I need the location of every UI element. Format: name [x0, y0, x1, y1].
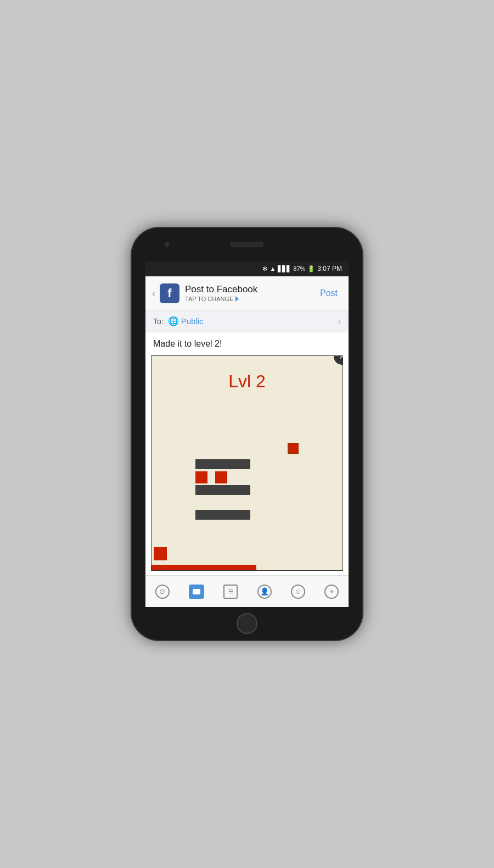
globe-icon: 🌐: [168, 316, 179, 326]
red-block-2: [215, 471, 227, 483]
home-button[interactable]: [237, 613, 257, 634]
phone-frame: ✻ ▲ ▋▋▋ 87% 🔋 3:07 PM ‹ f Post to Facebo…: [132, 228, 362, 640]
to-label: To:: [153, 317, 164, 326]
red-block-1: [195, 471, 207, 483]
photo-gallery-button[interactable]: [183, 582, 210, 601]
game-screenshot-container: ✕ Lvl 2: [151, 355, 343, 571]
post-button[interactable]: Post: [316, 286, 342, 301]
tag-person-icon: 👤: [257, 585, 272, 599]
triangle-icon: [235, 296, 239, 302]
post-to-facebook-title: Post to Facebook: [185, 284, 316, 295]
phone-bottom: [237, 607, 257, 640]
photo-gallery-icon: [189, 585, 204, 599]
phone-top-bar: [132, 228, 362, 261]
ground-player: [154, 547, 167, 560]
game-canvas: Lvl 2: [151, 356, 343, 570]
emoji-icon: ☺: [291, 585, 305, 599]
post-text: Made it to level 2!: [153, 339, 222, 348]
wifi-icon: ▲: [270, 265, 276, 272]
location-pin-icon: ⌖: [324, 585, 339, 599]
camera-icon: ⊙: [155, 585, 170, 599]
album-icon: ≡: [223, 585, 238, 599]
battery-icon: 🔋: [307, 265, 315, 272]
camera-button[interactable]: ⊙: [150, 582, 175, 601]
progress-bar: [151, 565, 256, 570]
platform-1: [195, 459, 250, 469]
game-player: [288, 443, 299, 454]
tag-button[interactable]: 👤: [252, 582, 277, 601]
chevron-right-icon: ›: [338, 316, 341, 326]
to-row[interactable]: To: 🌐 Public ›: [145, 310, 349, 332]
platform-2: [195, 485, 250, 495]
signal-icon: ▋▋▋: [278, 265, 291, 272]
bluetooth-icon: ✻: [262, 265, 267, 272]
bottom-toolbar: ⊙ ≡ 👤 ☺ ⌖: [145, 575, 349, 607]
platform-3: [195, 510, 250, 520]
emoji-button[interactable]: ☺: [285, 582, 311, 601]
album-button[interactable]: ≡: [218, 582, 243, 601]
status-bar: ✻ ▲ ▋▋▋ 87% 🔋 3:07 PM: [145, 261, 349, 276]
back-arrow[interactable]: ‹: [152, 288, 155, 298]
audience-public: Public: [181, 316, 338, 326]
facebook-icon: f: [160, 283, 179, 303]
battery-percent: 87%: [293, 265, 305, 272]
status-icons: ✻ ▲ ▋▋▋ 87% 🔋 3:07 PM: [262, 265, 342, 272]
post-text-area[interactable]: Made it to level 2!: [145, 332, 349, 355]
speaker: [231, 242, 263, 247]
tap-to-change-label: TAP TO CHANGE: [185, 296, 316, 302]
front-camera: [165, 242, 169, 247]
phone-screen: ✻ ▲ ▋▋▋ 87% 🔋 3:07 PM ‹ f Post to Facebo…: [145, 261, 349, 607]
location-button[interactable]: ⌖: [319, 582, 344, 601]
game-level-title: Lvl 2: [151, 371, 343, 392]
app-header: ‹ f Post to Facebook TAP TO CHANGE Post: [145, 276, 349, 310]
header-text: Post to Facebook TAP TO CHANGE: [185, 284, 316, 302]
status-time: 3:07 PM: [317, 265, 342, 272]
